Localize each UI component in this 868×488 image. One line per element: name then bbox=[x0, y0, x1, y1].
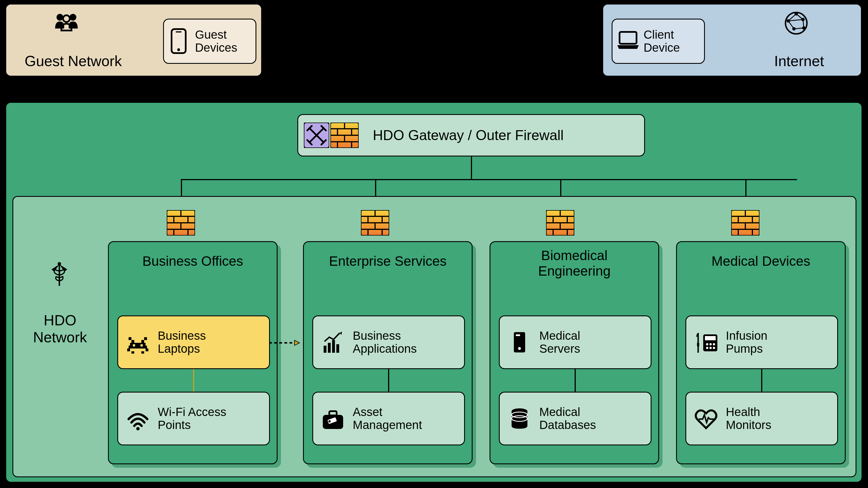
internet-title: Internet bbox=[774, 53, 824, 69]
business-offices-title: Business Offices bbox=[109, 253, 277, 269]
client-device-card: Client Device bbox=[612, 19, 705, 64]
health-monitors-card: Health Monitors bbox=[685, 392, 838, 445]
connector bbox=[761, 369, 762, 392]
laptop-icon bbox=[615, 28, 642, 55]
firewall-icon bbox=[167, 210, 195, 235]
medical-devices-zone: Medical Devices Infusion Pumps Health Mo… bbox=[676, 241, 846, 464]
lateral-arrow bbox=[269, 338, 300, 347]
caduceus-icon bbox=[46, 261, 80, 295]
svg-marker-73 bbox=[294, 340, 300, 346]
internet-zone: Client Device Internet bbox=[602, 3, 862, 77]
heart-icon bbox=[692, 405, 720, 432]
firewall-icon bbox=[331, 123, 359, 148]
biomedical-title: Biomedical Engineering bbox=[490, 248, 658, 279]
wifi-icon bbox=[124, 405, 152, 432]
connector bbox=[523, 36, 602, 37]
enterprise-services-title: Enterprise Services bbox=[304, 253, 472, 269]
medical-devices-title: Medical Devices bbox=[677, 253, 845, 269]
firewall-icon bbox=[361, 210, 389, 235]
people-icon bbox=[53, 10, 90, 38]
database-icon bbox=[506, 405, 533, 432]
pump-icon bbox=[692, 329, 720, 356]
asset-mgmt-card: Asset Management bbox=[312, 392, 465, 445]
business-laptops-card: Business Laptops bbox=[117, 316, 270, 369]
connector bbox=[193, 369, 194, 392]
business-laptops-label: Business Laptops bbox=[158, 329, 206, 355]
business-offices-zone: Business Offices Business Laptops Wi-Fi … bbox=[108, 241, 278, 464]
biomedical-zone: Biomedical Engineering Medical Servers M… bbox=[490, 241, 659, 464]
business-apps-label: Business Applications bbox=[353, 329, 416, 355]
hdo-network-zone: HDO Gateway / Outer Firewall HDO Network… bbox=[5, 102, 863, 483]
hdo-title: HDO Network bbox=[33, 312, 87, 346]
business-apps-card: Business Applications bbox=[312, 316, 465, 369]
wifi-ap-card: Wi-Fi Access Points bbox=[117, 392, 270, 445]
medical-servers-label: Medical Servers bbox=[539, 329, 580, 355]
firewall-icon bbox=[546, 210, 574, 235]
switch-icon bbox=[304, 123, 329, 148]
connector bbox=[262, 36, 409, 37]
gateway-card: HDO Gateway / Outer Firewall bbox=[297, 114, 645, 157]
connector bbox=[388, 369, 389, 392]
connector bbox=[575, 369, 576, 392]
connector bbox=[471, 157, 472, 179]
guest-network-zone: Guest Network Guest Devices bbox=[5, 3, 262, 77]
server-icon bbox=[506, 329, 533, 356]
asset-mgmt-label: Asset Management bbox=[353, 405, 422, 431]
phone-icon bbox=[166, 28, 193, 55]
infusion-pumps-label: Infusion Pumps bbox=[726, 329, 767, 355]
health-monitors-label: Health Monitors bbox=[726, 405, 771, 431]
enterprise-services-zone: Enterprise Services Business Application… bbox=[303, 241, 472, 464]
client-device-label: Client Device bbox=[644, 28, 680, 54]
globe-icon bbox=[783, 10, 814, 41]
briefcase-icon bbox=[319, 405, 346, 432]
gateway-label: HDO Gateway / Outer Firewall bbox=[373, 128, 564, 143]
guest-devices-label: Guest Devices bbox=[195, 28, 237, 54]
invader-icon bbox=[124, 329, 152, 356]
guest-network-title: Guest Network bbox=[25, 53, 122, 69]
firewall-icon bbox=[731, 210, 760, 235]
medical-servers-card: Medical Servers bbox=[499, 316, 651, 369]
guest-devices-card: Guest Devices bbox=[163, 19, 256, 64]
medical-db-label: Medical Databases bbox=[539, 405, 596, 431]
infusion-pumps-card: Infusion Pumps bbox=[685, 316, 838, 369]
connector bbox=[181, 179, 797, 180]
wifi-ap-label: Wi-Fi Access Points bbox=[158, 405, 226, 431]
chart-icon bbox=[319, 329, 346, 356]
medical-db-card: Medical Databases bbox=[499, 392, 651, 445]
